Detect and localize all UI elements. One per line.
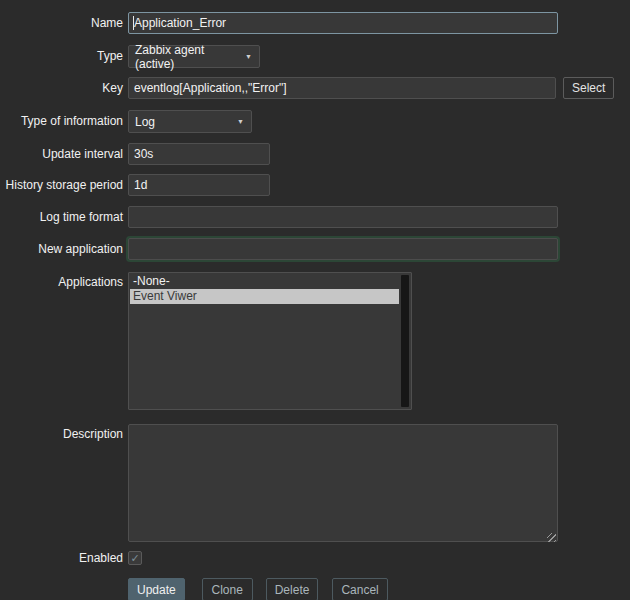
- update-button[interactable]: Update: [128, 578, 185, 600]
- enabled-label: Enabled: [0, 550, 128, 565]
- listbox-scrollbar[interactable]: [401, 275, 409, 407]
- row-log-time-format: Log time format: [0, 206, 630, 228]
- row-history-storage-period: History storage period: [0, 174, 630, 196]
- type-of-information-label: Type of information: [0, 110, 128, 128]
- row-type-of-information: Type of information Log ▼: [0, 110, 630, 133]
- description-textarea[interactable]: [128, 424, 558, 542]
- text-caret: [133, 16, 134, 30]
- applications-option-event-viwer[interactable]: Event Viwer: [130, 289, 399, 304]
- delete-button[interactable]: Delete: [266, 578, 319, 600]
- history-storage-period-input[interactable]: [128, 174, 270, 196]
- actions-spacer: [0, 578, 128, 582]
- name-input-wrap: [128, 12, 558, 34]
- item-configuration-form: Name Type Zabbix agent (active) ▼ Key Se…: [0, 0, 630, 600]
- row-type: Type Zabbix agent (active) ▼: [0, 45, 630, 68]
- checkmark-icon: ✓: [130, 553, 139, 564]
- enabled-checkbox[interactable]: ✓: [128, 551, 142, 565]
- history-storage-period-label: History storage period: [0, 174, 128, 192]
- key-input[interactable]: [128, 77, 556, 99]
- type-select-value: Zabbix agent (active): [135, 43, 245, 71]
- row-key: Key Select: [0, 77, 630, 99]
- row-actions: Update Clone Delete Cancel: [0, 578, 630, 600]
- row-description: Description: [0, 424, 630, 546]
- description-label: Description: [0, 424, 128, 441]
- applications-option-none[interactable]: -None-: [130, 274, 399, 289]
- chevron-down-icon: ▼: [237, 118, 244, 125]
- name-label: Name: [0, 12, 128, 30]
- cancel-button[interactable]: Cancel: [332, 578, 387, 600]
- update-interval-label: Update interval: [0, 143, 128, 161]
- row-enabled: Enabled ✓: [0, 550, 630, 565]
- type-select[interactable]: Zabbix agent (active) ▼: [128, 45, 260, 68]
- applications-listbox[interactable]: -None- Event Viwer: [128, 272, 412, 410]
- log-time-format-input[interactable]: [128, 206, 558, 228]
- row-name: Name: [0, 12, 630, 34]
- new-application-label: New application: [0, 238, 128, 256]
- type-label: Type: [0, 45, 128, 63]
- log-time-format-label: Log time format: [0, 206, 128, 224]
- chevron-down-icon: ▼: [245, 53, 252, 60]
- clone-button[interactable]: Clone: [202, 578, 253, 600]
- key-label: Key: [0, 77, 128, 95]
- type-of-information-select[interactable]: Log ▼: [128, 110, 252, 133]
- new-application-input[interactable]: [128, 238, 558, 260]
- row-applications: Applications -None- Event Viwer: [0, 272, 630, 410]
- type-of-information-select-value: Log: [135, 115, 155, 129]
- row-new-application: New application: [0, 238, 630, 260]
- key-select-button[interactable]: Select: [563, 77, 614, 99]
- name-input[interactable]: [128, 12, 558, 34]
- row-update-interval: Update interval: [0, 143, 630, 165]
- applications-label: Applications: [0, 272, 128, 289]
- description-textarea-wrap: [128, 424, 558, 546]
- update-interval-input[interactable]: [128, 143, 270, 165]
